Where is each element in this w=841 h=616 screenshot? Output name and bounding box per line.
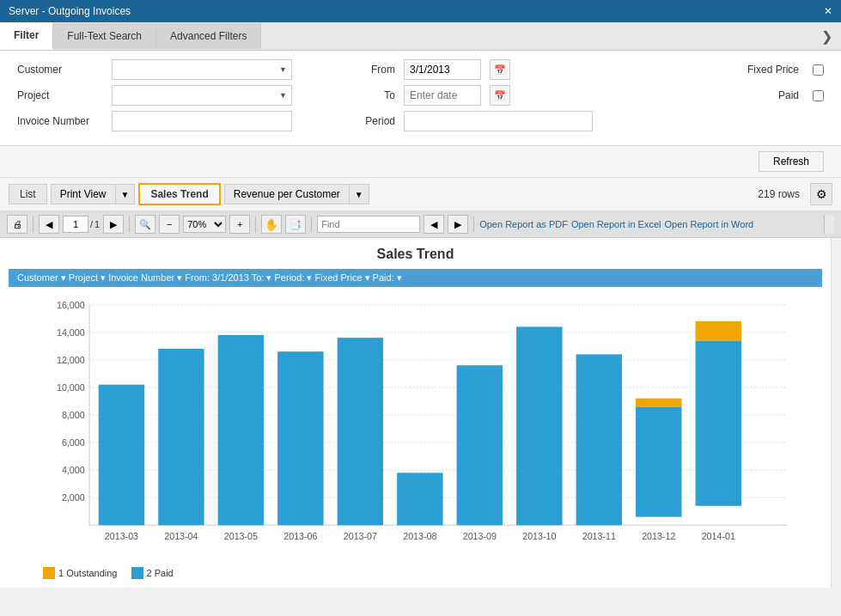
- svg-text:6,000: 6,000: [62, 437, 85, 448]
- scrollbar-stub: [824, 215, 834, 234]
- zoom-select[interactable]: 70% 100% 150%: [183, 216, 226, 233]
- tabs-expand-icon[interactable]: ❯: [813, 23, 841, 50]
- pan-button[interactable]: ✋: [261, 215, 282, 234]
- bar-2013-12-outstanding: [636, 399, 681, 407]
- svg-text:2013-10: 2013-10: [522, 531, 556, 541]
- bar-2013-12-paid: [636, 406, 681, 516]
- fixed-price-checkbox[interactable]: [813, 64, 824, 76]
- fixed-price-label: Fixed Price: [747, 64, 799, 76]
- legend-outstanding-label: 1 Outstanding: [58, 568, 118, 578]
- bar-2013-10-paid: [516, 326, 562, 525]
- separator-3: [255, 217, 256, 232]
- page-input[interactable]: [63, 216, 88, 233]
- to-calendar-icon[interactable]: 📅: [490, 85, 510, 106]
- tab-filter[interactable]: Filter: [0, 22, 53, 50]
- zoom-out-button[interactable]: −: [159, 215, 180, 234]
- refresh-button[interactable]: Refresh: [759, 151, 824, 172]
- page-separator: /: [90, 219, 93, 229]
- svg-text:4,000: 4,000: [62, 465, 85, 475]
- right-scrollbar[interactable]: [831, 238, 841, 588]
- report-toolbar: 🖨 ◀ / 1 ▶ 🔍 − 70% 100% 150% + ✋ 📑 ◀ ▶ Op…: [0, 211, 841, 238]
- separator-4: [311, 217, 312, 232]
- bar-2013-11-paid: [576, 354, 622, 525]
- svg-text:2013-07: 2013-07: [344, 531, 377, 541]
- close-icon[interactable]: ✕: [824, 5, 832, 17]
- svg-text:2014-01: 2014-01: [702, 531, 735, 541]
- chart-svg: 16,000 14,000 12,000 10,000 8,000 6,000 …: [9, 296, 822, 562]
- rows-info: 219 rows: [758, 188, 800, 200]
- customer-select[interactable]: [112, 59, 292, 80]
- legend-paid-color: [131, 567, 143, 579]
- period-input[interactable]: [404, 111, 593, 131]
- filter-area: Customer From 📅 Fixed Price Project To 📅…: [0, 51, 841, 146]
- next-page-button[interactable]: ▶: [103, 215, 124, 234]
- svg-text:10,000: 10,000: [57, 382, 85, 393]
- list-button[interactable]: List: [9, 184, 47, 204]
- to-label: To: [361, 89, 395, 101]
- invoice-number-label: Invoice Number: [17, 115, 103, 127]
- from-date-input[interactable]: [404, 59, 481, 80]
- print-view-split: Print View ▼: [51, 184, 136, 204]
- svg-text:2013-05: 2013-05: [224, 531, 258, 541]
- bookmark-button[interactable]: 📑: [285, 215, 306, 234]
- open-in-excel-link[interactable]: Open Report in Excel: [571, 219, 661, 229]
- svg-text:16,000: 16,000: [57, 300, 85, 310]
- open-in-word-link[interactable]: Open Report in Word: [664, 219, 753, 229]
- page-info: / 1: [63, 216, 100, 233]
- svg-text:2013-11: 2013-11: [582, 531, 616, 541]
- chart-title: Sales Trend: [9, 247, 822, 262]
- svg-text:12,000: 12,000: [57, 355, 85, 365]
- svg-text:2013-03: 2013-03: [105, 531, 138, 541]
- legend-outstanding: 1 Outstanding: [43, 567, 118, 579]
- tab-advanced[interactable]: Advanced Filters: [156, 23, 261, 49]
- chart-container: 16,000 14,000 12,000 10,000 8,000 6,000 …: [9, 296, 822, 562]
- chart-legend: 1 Outstanding 2 Paid: [9, 567, 822, 579]
- view-bar: List Print View ▼ Sales Trend Revenue pe…: [0, 178, 841, 211]
- to-date-input[interactable]: [404, 85, 481, 106]
- bar-2013-07-paid: [338, 338, 383, 525]
- zoom-in-button[interactable]: +: [229, 215, 250, 234]
- title-bar-title: Server - Outgoing Invoices: [9, 5, 131, 17]
- print-view-arrow[interactable]: ▼: [115, 184, 136, 204]
- find-next-button[interactable]: ▶: [448, 215, 468, 234]
- bar-2013-04-paid: [158, 349, 204, 525]
- search-button[interactable]: 🔍: [135, 215, 155, 234]
- from-calendar-icon[interactable]: 📅: [490, 59, 510, 80]
- refresh-bar: Refresh: [0, 146, 841, 178]
- bar-2013-09-paid: [457, 365, 503, 525]
- customer-label: Customer: [17, 64, 103, 76]
- tabs-bar: Filter Full-Text Search Advanced Filters…: [0, 22, 841, 51]
- svg-text:8,000: 8,000: [62, 410, 85, 420]
- find-prev-button[interactable]: ◀: [424, 215, 444, 234]
- legend-paid: 2 Paid: [131, 567, 174, 579]
- print-button[interactable]: 🖨: [7, 215, 27, 234]
- legend-outstanding-color: [43, 567, 55, 579]
- bar-2013-05-paid: [218, 335, 264, 525]
- paid-label: Paid: [778, 89, 799, 101]
- project-select[interactable]: [112, 85, 292, 106]
- title-bar: Server - Outgoing Invoices ✕: [0, 0, 841, 22]
- bar-2013-06-paid: [277, 351, 323, 525]
- chart-area: Sales Trend Customer ▾ Project ▾ Invoice…: [0, 238, 831, 588]
- open-as-pdf-link[interactable]: Open Report as PDF: [479, 219, 568, 229]
- gear-button[interactable]: ⚙: [810, 183, 832, 205]
- sales-trend-button[interactable]: Sales Trend: [138, 183, 220, 205]
- invoice-number-input[interactable]: [112, 111, 292, 131]
- paid-checkbox[interactable]: [813, 90, 824, 101]
- revenue-per-customer-button[interactable]: Revenue per Customer: [224, 184, 349, 204]
- svg-text:2013-08: 2013-08: [403, 531, 436, 541]
- report-content: Sales Trend Customer ▾ Project ▾ Invoice…: [0, 238, 841, 588]
- svg-text:2013-12: 2013-12: [642, 531, 675, 541]
- bar-2014-01-paid: [696, 340, 741, 505]
- prev-page-button[interactable]: ◀: [39, 215, 59, 234]
- svg-text:2013-06: 2013-06: [283, 531, 317, 541]
- svg-text:2,000: 2,000: [62, 492, 85, 503]
- svg-text:2013-04: 2013-04: [164, 531, 198, 541]
- legend-paid-label: 2 Paid: [147, 568, 174, 578]
- period-label: Period: [361, 115, 395, 127]
- revenue-arrow[interactable]: ▼: [349, 184, 369, 204]
- print-view-button[interactable]: Print View: [51, 184, 115, 204]
- from-label: From: [361, 64, 395, 76]
- tab-fulltext[interactable]: Full-Text Search: [53, 23, 156, 49]
- find-input[interactable]: [317, 216, 420, 233]
